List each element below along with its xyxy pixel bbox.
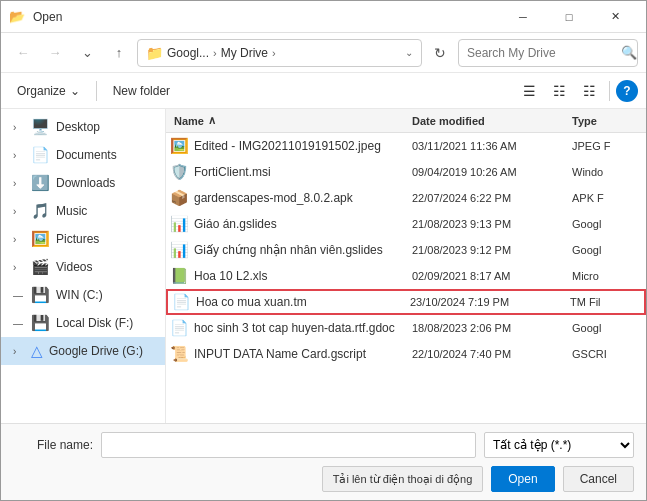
sidebar-item-label: Videos	[56, 260, 92, 274]
documents-icon: 📄	[31, 146, 50, 164]
sidebar-item-downloads[interactable]: › ⬇️ Downloads	[1, 169, 165, 197]
open-button[interactable]: Open	[491, 466, 554, 492]
table-row[interactable]: 📄 Hoa co mua xuan.tm 23/10/2024 7:19 PM …	[166, 289, 646, 315]
file-name: INPUT DATA Name Card.gscript	[194, 347, 412, 361]
file-type: Windo	[572, 166, 642, 178]
expand-icon: ›	[13, 234, 25, 245]
expand-icon: —	[13, 318, 25, 329]
expand-icon: ›	[13, 122, 25, 133]
breadcrumb-sep2: ›	[272, 47, 276, 59]
column-name[interactable]: Name ∧	[170, 114, 412, 127]
table-row[interactable]: 🖼️ Edited - IMG20211019191502.jpeg 03/11…	[166, 133, 646, 159]
sidebar-item-pictures[interactable]: › 🖼️ Pictures	[1, 225, 165, 253]
expand-icon: ›	[13, 346, 25, 357]
file-icon: 🖼️	[170, 137, 190, 155]
sidebar-item-label: Documents	[56, 148, 117, 162]
table-row[interactable]: 📊 Giáo án.gslides 21/08/2023 9:13 PM Goo…	[166, 211, 646, 237]
view-tiles-button[interactable]: ☷	[575, 77, 603, 105]
sidebar-item-label: Music	[56, 204, 87, 218]
file-list: Name ∧ Date modified Type 🖼️ Edited - IM…	[166, 109, 646, 423]
toolbar: Organize ⌄ New folder ☰ ☷ ☷ ?	[1, 73, 646, 109]
file-date: 22/10/2024 7:40 PM	[412, 348, 572, 360]
refresh-button[interactable]: ↻	[426, 39, 454, 67]
file-type: GSCRI	[572, 348, 642, 360]
sidebar-item-google-drive[interactable]: › △ Google Drive (G:)	[1, 337, 165, 365]
file-name: hoc sinh 3 tot cap huyen-data.rtf.gdoc	[194, 321, 412, 335]
actions-row: Tải lên từ điện thoại di động Open Cance…	[13, 466, 634, 492]
sidebar-item-videos[interactable]: › 🎬 Videos	[1, 253, 165, 281]
close-button[interactable]: ✕	[592, 1, 638, 33]
file-name: Hoa co mua xuan.tm	[196, 295, 410, 309]
organize-label: Organize	[17, 84, 66, 98]
pictures-icon: 🖼️	[31, 230, 50, 248]
column-date[interactable]: Date modified	[412, 115, 572, 127]
toolbar-right: ☰ ☷ ☷ ?	[515, 77, 638, 105]
forward-button[interactable]: →	[41, 39, 69, 67]
downloads-icon: ⬇️	[31, 174, 50, 192]
file-type: Googl	[572, 322, 642, 334]
sidebar-item-local-f[interactable]: — 💾 Local Disk (F:)	[1, 309, 165, 337]
window-controls: ─ □ ✕	[500, 1, 638, 33]
organize-chevron-icon: ⌄	[70, 84, 80, 98]
table-row[interactable]: 📗 Hoa 10 L2.xls 02/09/2021 8:17 AM Micro	[166, 263, 646, 289]
minimize-button[interactable]: ─	[500, 1, 546, 33]
sidebar: › 🖥️ Desktop › 📄 Documents › ⬇️ Download…	[1, 109, 166, 423]
up-button[interactable]: ↑	[105, 39, 133, 67]
file-date: 03/11/2021 11:36 AM	[412, 140, 572, 152]
sort-icon: ∧	[208, 114, 216, 127]
folder-icon: 📁	[146, 45, 163, 61]
file-name: gardenscapes-mod_8.0.2.apk	[194, 191, 412, 205]
file-type: Micro	[572, 270, 642, 282]
maximize-button[interactable]: □	[546, 1, 592, 33]
sidebar-item-desktop[interactable]: › 🖥️ Desktop	[1, 113, 165, 141]
search-input[interactable]	[467, 46, 617, 60]
breadcrumb-part1: Googl...	[167, 46, 209, 60]
filename-label: File name:	[13, 438, 93, 452]
view-details-button[interactable]: ☷	[545, 77, 573, 105]
sidebar-item-label: Local Disk (F:)	[56, 316, 133, 330]
drive-c-icon: 💾	[31, 286, 50, 304]
new-folder-button[interactable]: New folder	[105, 77, 178, 105]
sidebar-item-documents[interactable]: › 📄 Documents	[1, 141, 165, 169]
table-row[interactable]: 📜 INPUT DATA Name Card.gscript 22/10/202…	[166, 341, 646, 367]
bottom-bar: File name: Tất cả tệp (*.*) Tải lên từ đ…	[1, 423, 646, 500]
file-name: Edited - IMG20211019191502.jpeg	[194, 139, 412, 153]
file-name: FortiClient.msi	[194, 165, 412, 179]
titlebar: 📂 Open ─ □ ✕	[1, 1, 646, 33]
sidebar-item-win-c[interactable]: — 💾 WIN (C:)	[1, 281, 165, 309]
sidebar-item-music[interactable]: › 🎵 Music	[1, 197, 165, 225]
back-button[interactable]: ←	[9, 39, 37, 67]
upload-button[interactable]: Tải lên từ điện thoại di động	[322, 466, 484, 492]
view-list-button[interactable]: ☰	[515, 77, 543, 105]
file-date: 18/08/2023 2:06 PM	[412, 322, 572, 334]
search-icon: 🔍	[621, 45, 637, 60]
search-box: 🔍	[458, 39, 638, 67]
dropdown-button[interactable]: ⌄	[73, 39, 101, 67]
file-name: Giáo án.gslides	[194, 217, 412, 231]
sidebar-item-label: Pictures	[56, 232, 99, 246]
google-drive-icon: △	[31, 342, 43, 360]
filename-input[interactable]	[101, 432, 476, 458]
file-type: Googl	[572, 244, 642, 256]
breadcrumb-sep1: ›	[213, 47, 217, 59]
sidebar-item-label: Desktop	[56, 120, 100, 134]
new-folder-label: New folder	[113, 84, 170, 98]
music-icon: 🎵	[31, 202, 50, 220]
window-title: Open	[33, 10, 500, 24]
open-dialog: 📂 Open ─ □ ✕ ← → ⌄ ↑ 📁 Googl... › My Dri…	[0, 0, 647, 501]
expand-icon: ›	[13, 206, 25, 217]
sidebar-item-label: Downloads	[56, 176, 115, 190]
column-type[interactable]: Type	[572, 115, 642, 127]
table-row[interactable]: 📦 gardenscapes-mod_8.0.2.apk 22/07/2024 …	[166, 185, 646, 211]
file-date: 23/10/2024 7:19 PM	[410, 296, 570, 308]
help-button[interactable]: ?	[616, 80, 638, 102]
cancel-button[interactable]: Cancel	[563, 466, 634, 492]
filetype-select[interactable]: Tất cả tệp (*.*)	[484, 432, 634, 458]
organize-button[interactable]: Organize ⌄	[9, 77, 88, 105]
table-row[interactable]: 🛡️ FortiClient.msi 09/04/2019 10:26 AM W…	[166, 159, 646, 185]
sidebar-item-label: Google Drive (G:)	[49, 344, 143, 358]
table-row[interactable]: 📊 Giấy chứng nhận nhân viên.gslides 21/0…	[166, 237, 646, 263]
breadcrumb[interactable]: 📁 Googl... › My Drive › ⌄	[137, 39, 422, 67]
table-row[interactable]: 📄 hoc sinh 3 tot cap huyen-data.rtf.gdoc…	[166, 315, 646, 341]
file-date: 09/04/2019 10:26 AM	[412, 166, 572, 178]
